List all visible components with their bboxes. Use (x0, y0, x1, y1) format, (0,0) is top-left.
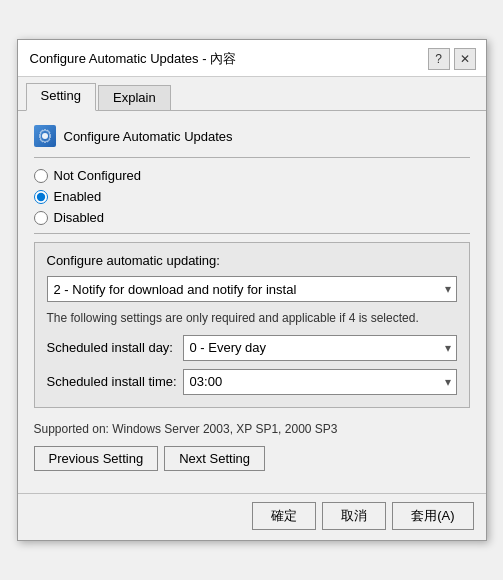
schedule-day-dropdown[interactable]: 0 - Every day 1 - Sunday 2 - Monday 3 - … (183, 335, 457, 361)
schedule-time-dropdown-wrapper: 00:00 01:00 02:00 03:00 04:00 05:00 (183, 369, 457, 395)
gear-icon (37, 128, 53, 144)
radio-enabled[interactable]: Enabled (34, 189, 470, 204)
settings-note: The following settings are only required… (47, 310, 457, 327)
config-box-title: Configure automatic updating: (47, 253, 457, 268)
schedule-day-dropdown-wrapper: 0 - Every day 1 - Sunday 2 - Monday 3 - … (183, 335, 457, 361)
policy-icon (34, 125, 56, 147)
policy-header: Configure Automatic Updates (34, 125, 470, 147)
main-dropdown-row: 2 - Notify for download and notify for i… (47, 276, 457, 302)
schedule-time-row: Scheduled install time: 00:00 01:00 02:0… (47, 369, 457, 395)
previous-setting-button[interactable]: Previous Setting (34, 446, 159, 471)
tab-explain[interactable]: Explain (98, 85, 171, 111)
title-bar-left: Configure Automatic Updates - 內容 (30, 50, 237, 68)
main-dropdown-wrapper: 2 - Notify for download and notify for i… (47, 276, 457, 302)
schedule-time-label: Scheduled install time: (47, 374, 177, 389)
schedule-time-dropdown[interactable]: 00:00 01:00 02:00 03:00 04:00 05:00 (183, 369, 457, 395)
policy-icon-inner (34, 125, 56, 147)
tab-bar: Setting Explain (18, 77, 486, 111)
radio-not-configured-label: Not Configured (54, 168, 141, 183)
next-setting-button[interactable]: Next Setting (164, 446, 265, 471)
main-content: Configure Automatic Updates Not Configur… (18, 111, 486, 493)
tab-setting[interactable]: Setting (26, 83, 96, 111)
radio-not-configured[interactable]: Not Configured (34, 168, 470, 183)
radio-group: Not Configured Enabled Disabled (34, 168, 470, 225)
apply-button[interactable]: 套用(A) (392, 502, 473, 530)
radio-not-configured-input[interactable] (34, 169, 48, 183)
title-bar-buttons: ? ✕ (428, 48, 476, 70)
dialog-title: Configure Automatic Updates - 內容 (30, 50, 237, 68)
supported-on: Supported on: Windows Server 2003, XP SP… (34, 420, 470, 436)
title-bar: Configure Automatic Updates - 內容 ? ✕ (18, 40, 486, 77)
radio-disabled-input[interactable] (34, 211, 48, 225)
schedule-day-row: Scheduled install day: 0 - Every day 1 -… (47, 335, 457, 361)
help-button[interactable]: ? (428, 48, 450, 70)
radio-disabled[interactable]: Disabled (34, 210, 470, 225)
radio-disabled-label: Disabled (54, 210, 105, 225)
close-button[interactable]: ✕ (454, 48, 476, 70)
policy-title: Configure Automatic Updates (64, 129, 233, 144)
main-dropdown[interactable]: 2 - Notify for download and notify for i… (47, 276, 457, 302)
ok-button[interactable]: 確定 (252, 502, 316, 530)
bottom-buttons: Previous Setting Next Setting (34, 446, 470, 471)
schedule-day-label: Scheduled install day: (47, 340, 177, 355)
separator-1 (34, 157, 470, 158)
supported-on-value: Windows Server 2003, XP SP1, 2000 SP3 (112, 422, 337, 436)
dialog-container: Configure Automatic Updates - 內容 ? ✕ Set… (17, 39, 487, 541)
dialog-footer: 確定 取消 套用(A) (18, 493, 486, 540)
supported-on-label: Supported on: (34, 422, 109, 436)
config-box: Configure automatic updating: 2 - Notify… (34, 242, 470, 408)
cancel-button[interactable]: 取消 (322, 502, 386, 530)
separator-2 (34, 233, 470, 234)
radio-enabled-input[interactable] (34, 190, 48, 204)
radio-enabled-label: Enabled (54, 189, 102, 204)
svg-point-0 (42, 133, 48, 139)
